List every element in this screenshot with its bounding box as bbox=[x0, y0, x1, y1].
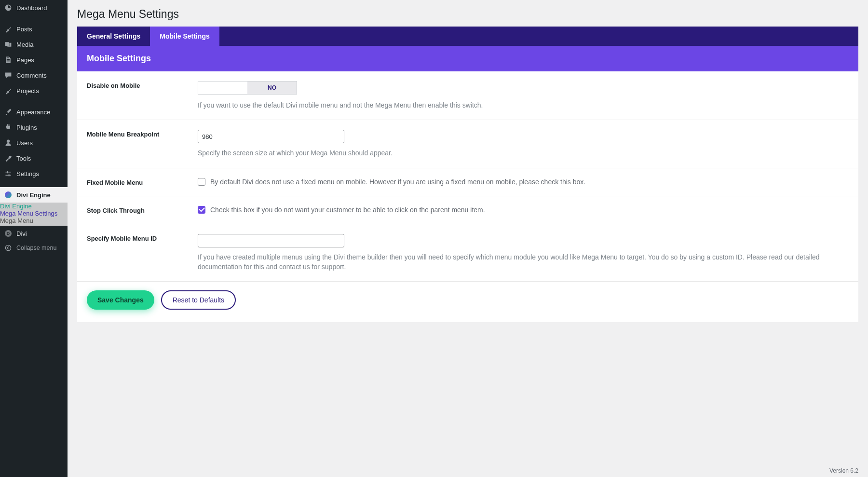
pages-icon bbox=[4, 55, 13, 64]
sidebar-item-media[interactable]: Media bbox=[0, 37, 68, 52]
pin-icon bbox=[4, 86, 13, 95]
sidebar-item-divi-engine[interactable]: Divi Engine bbox=[0, 187, 68, 203]
sidebar-item-label: Pages bbox=[16, 56, 34, 64]
input-menu-id[interactable] bbox=[198, 234, 344, 247]
settings-tabs: General Settings Mobile Settings bbox=[77, 27, 858, 46]
input-breakpoint[interactable] bbox=[198, 130, 344, 143]
sliders-icon bbox=[4, 169, 13, 178]
reset-button[interactable]: Reset to Defaults bbox=[161, 290, 236, 310]
collapse-menu[interactable]: Collapse menu bbox=[0, 241, 68, 255]
row-breakpoint: Mobile Menu Breakpoint Specify the scree… bbox=[77, 120, 858, 168]
sidebar-item-label: Projects bbox=[16, 87, 39, 95]
settings-form: Disable on Mobile NO If you want to use … bbox=[77, 71, 858, 322]
main-content: Mega Menu Settings General Settings Mobi… bbox=[68, 0, 868, 477]
row-fixed-mobile: Fixed Mobile Menu By default Divi does n… bbox=[77, 168, 858, 196]
sidebar-item-users[interactable]: Users bbox=[0, 135, 68, 150]
toggle-disable-on-mobile[interactable]: NO bbox=[198, 81, 297, 95]
sidebar-subitem-divi-engine[interactable]: Divi Engine bbox=[0, 203, 68, 210]
sidebar-item-appearance[interactable]: Appearance bbox=[0, 104, 68, 120]
media-icon bbox=[4, 40, 13, 49]
toggle-half-yes bbox=[198, 82, 247, 94]
sidebar-item-label: Users bbox=[16, 139, 33, 147]
brush-icon bbox=[4, 108, 13, 116]
wrench-icon bbox=[4, 154, 13, 163]
sidebar-item-label: Dashboard bbox=[16, 4, 47, 12]
sidebar-item-comments[interactable]: Comments bbox=[0, 68, 68, 83]
sidebar-item-settings[interactable]: Settings bbox=[0, 166, 68, 181]
tab-mobile-settings[interactable]: Mobile Settings bbox=[150, 27, 219, 46]
plug-icon bbox=[4, 123, 13, 132]
svg-point-0 bbox=[5, 245, 11, 250]
desc-disable-on-mobile: If you want to use the default Divi mobi… bbox=[198, 100, 849, 110]
label-fixed-mobile: Fixed Mobile Menu bbox=[87, 178, 183, 186]
sidebar-item-label: Posts bbox=[16, 26, 32, 33]
version-label: Version 6.2 bbox=[829, 467, 858, 474]
checkbox-fixed-mobile[interactable] bbox=[198, 178, 205, 186]
section-header: Mobile Settings bbox=[77, 46, 858, 71]
sidebar-item-label: Comments bbox=[16, 72, 47, 79]
row-menu-id: Specify Mobile Menu ID If you have creat… bbox=[77, 224, 858, 282]
toggle-half-no: NO bbox=[247, 82, 297, 94]
save-button[interactable]: Save Changes bbox=[87, 290, 154, 310]
row-disable-on-mobile: Disable on Mobile NO If you want to use … bbox=[77, 71, 858, 120]
sidebar-item-tools[interactable]: Tools bbox=[0, 150, 68, 166]
label-disable-on-mobile: Disable on Mobile bbox=[87, 81, 183, 89]
dashboard-icon bbox=[4, 3, 13, 12]
sidebar-subitem-mega-menu[interactable]: Mega Menu bbox=[0, 217, 68, 224]
tab-general-settings[interactable]: General Settings bbox=[77, 27, 150, 46]
label-stop-click: Stop Click Through bbox=[87, 206, 183, 214]
sidebar-item-dashboard[interactable]: Dashboard bbox=[0, 0, 68, 15]
page-title: Mega Menu Settings bbox=[77, 8, 858, 21]
sidebar-item-plugins[interactable]: Plugins bbox=[0, 120, 68, 135]
label-breakpoint: Mobile Menu Breakpoint bbox=[87, 130, 183, 138]
desc-menu-id: If you have created multiple menus using… bbox=[198, 252, 849, 272]
collapse-label: Collapse menu bbox=[16, 245, 56, 251]
sidebar-item-label: Settings bbox=[16, 170, 39, 177]
divi-engine-icon bbox=[4, 191, 13, 199]
comments-icon bbox=[4, 71, 13, 80]
sidebar-item-divi[interactable]: D Divi bbox=[0, 226, 68, 241]
sidebar-item-pages[interactable]: Pages bbox=[0, 52, 68, 68]
sidebar-submenu-divi-engine: Divi Engine Mega Menu Settings Mega Menu bbox=[0, 203, 68, 226]
button-row: Save Changes Reset to Defaults bbox=[77, 282, 858, 322]
collapse-icon bbox=[4, 245, 13, 251]
checkbox-stop-click[interactable] bbox=[198, 206, 205, 214]
sidebar-subitem-mega-menu-settings[interactable]: Mega Menu Settings bbox=[0, 210, 68, 217]
desc-stop-click: Check this box if you do not want your c… bbox=[210, 206, 485, 214]
sidebar-item-label: Media bbox=[16, 41, 33, 48]
pin-icon bbox=[4, 25, 13, 33]
sidebar-item-posts[interactable]: Posts bbox=[0, 21, 68, 37]
row-stop-click: Stop Click Through Check this box if you… bbox=[77, 196, 858, 224]
sidebar-item-label: Appearance bbox=[16, 109, 50, 116]
sidebar-item-label: Divi bbox=[16, 230, 27, 237]
sidebar-item-label: Plugins bbox=[16, 124, 37, 131]
sidebar-item-projects[interactable]: Projects bbox=[0, 83, 68, 98]
settings-card: General Settings Mobile Settings Mobile … bbox=[77, 27, 858, 322]
desc-fixed-mobile: By default Divi does not use a fixed men… bbox=[210, 178, 585, 186]
divi-icon: D bbox=[4, 229, 13, 238]
user-icon bbox=[4, 138, 13, 147]
admin-sidebar: Dashboard Posts Media Pages Comments Pro… bbox=[0, 0, 68, 477]
sidebar-item-label: Divi Engine bbox=[16, 191, 51, 199]
label-menu-id: Specify Mobile Menu ID bbox=[87, 234, 183, 242]
desc-breakpoint: Specify the screen size at which your Me… bbox=[198, 148, 849, 158]
sidebar-item-label: Tools bbox=[16, 155, 31, 162]
